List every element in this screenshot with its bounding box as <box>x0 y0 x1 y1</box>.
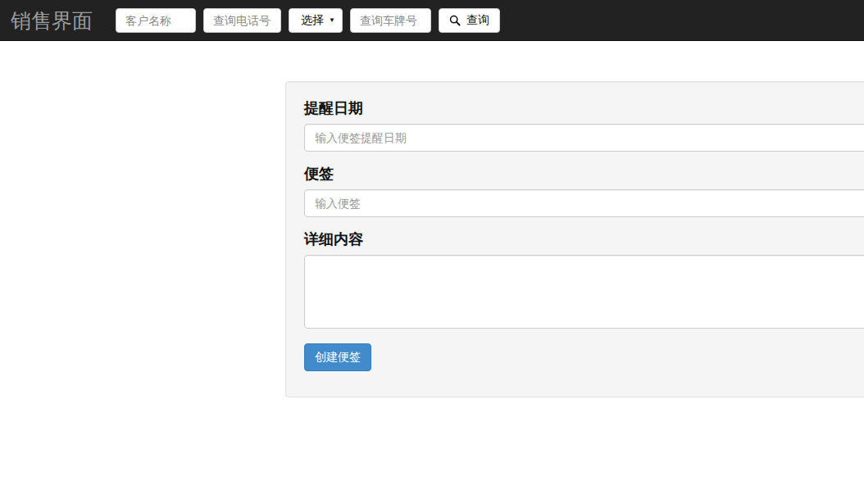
reminder-date-label: 提醒日期 <box>304 100 864 116</box>
license-plate-input[interactable] <box>350 8 431 33</box>
category-select[interactable]: 选择 ▼ <box>289 8 343 33</box>
detail-content-label: 详细内容 <box>304 231 864 247</box>
phone-number-input[interactable] <box>203 8 281 33</box>
reminder-date-input[interactable] <box>304 124 864 152</box>
search-button-label: 查询 <box>466 13 489 28</box>
top-navbar: 销售界面 选择 ▼ 查询 <box>0 0 864 41</box>
navbar-search-form: 选择 ▼ 查询 <box>116 8 500 33</box>
search-icon <box>449 15 461 26</box>
note-label: 便签 <box>304 166 864 182</box>
brand-title: 销售界面 <box>0 0 93 41</box>
customer-name-input[interactable] <box>116 8 196 33</box>
chevron-down-icon: ▼ <box>329 16 335 24</box>
note-form-panel: 提醒日期 便签 详细内容 创建便签 <box>285 81 864 397</box>
create-note-button[interactable]: 创建便签 <box>304 343 371 371</box>
detail-content-textarea[interactable] <box>304 255 864 329</box>
note-input[interactable] <box>304 189 864 217</box>
category-select-value: 选择 <box>301 13 324 28</box>
search-button[interactable]: 查询 <box>439 8 500 33</box>
